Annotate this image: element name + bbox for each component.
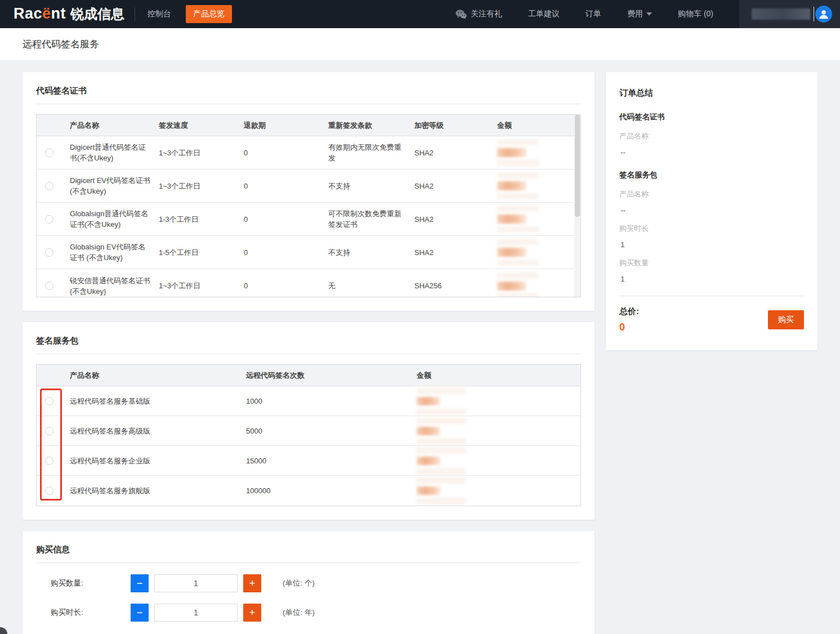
person-icon — [817, 8, 830, 20]
header-amount: 金额 — [497, 120, 580, 131]
duration-row: 购买时长: − + (单位: 年) — [51, 604, 581, 622]
nav-item-orders[interactable]: 订单 — [586, 9, 601, 19]
summary-cert-product-value: -- — [619, 148, 804, 157]
divider — [619, 296, 804, 296]
cert-product-name: Globalsign普通代码签名证书(不含Ukey) — [70, 208, 159, 230]
package-section-card: 签名服务包 产品名称 远程代码签名次数 金额 远程代码签名服务基础版 1000 — [23, 322, 595, 520]
cert-issue-speed: 1-5个工作日 — [159, 247, 244, 258]
cert-table-row: Digicert普通代码签名证书(不含Ukey) 1~3个工作日 0 有效期内无… — [37, 136, 580, 169]
cert-section-card: 代码签名证书 产品名称 签发速度 退款期 重新签发条款 加密等级 金额 — [23, 72, 595, 311]
purchase-info-card: 购买信息 购买数量: − + (单位: 个) 购买时长: − + (单位: 年) — [23, 531, 595, 634]
duration-input[interactable] — [154, 604, 238, 622]
cert-product-name: Digicert普通代码签名证书(不含Ukey) — [70, 142, 159, 163]
summary-quantity-label: 购买数量 — [619, 258, 804, 268]
quantity-row: 购买数量: − + (单位: 个) — [51, 574, 581, 592]
quantity-input[interactable] — [154, 574, 238, 592]
package-product-name: 远程代码签名服务企业版 — [70, 456, 246, 466]
package-radio-button[interactable] — [45, 427, 53, 435]
package-sign-count: 1000 — [246, 396, 417, 407]
nav-item-gift[interactable]: 关注有礼 — [455, 9, 502, 19]
text-cursor — [814, 7, 814, 21]
package-table-body: 远程代码签名服务基础版 1000 远程代码签名服务高级版 — [37, 386, 580, 506]
cert-radio-button[interactable] — [45, 248, 53, 257]
nav-item-ticket[interactable]: 工单建议 — [528, 9, 560, 19]
header-product: 产品名称 — [70, 370, 246, 381]
nav-item-billing[interactable]: 费用 — [627, 9, 652, 19]
header-reissue: 重新签发条款 — [328, 120, 414, 131]
redacted-price — [417, 447, 573, 475]
nav-item-console[interactable]: 控制台 — [148, 9, 171, 19]
cert-reissue-terms: 不支持 — [328, 181, 414, 191]
redacted-price — [497, 206, 573, 233]
brand-logo-en: Racënt — [14, 5, 66, 23]
cert-reissue-terms: 可不限制次数免费重新签发证书 — [328, 208, 414, 230]
package-sign-count: 5000 — [246, 426, 417, 436]
header-algo: 加密等级 — [414, 120, 497, 131]
cert-table-row: Digicert EV代码签名证书(不含Ukey) 1~3个工作日 0 不支持 … — [37, 169, 580, 203]
nav-divider — [135, 7, 135, 21]
summary-duration-value: 1 — [619, 240, 804, 249]
cert-reissue-terms: 有效期内无限次免费重发 — [328, 142, 414, 163]
summary-cert-group-label: 代码签名证书 — [619, 112, 804, 122]
cert-issue-speed: 1~3个工作日 — [159, 148, 244, 158]
header-refund: 退款期 — [244, 120, 328, 131]
package-table-row: 远程代码签名服务企业版 15000 — [37, 446, 580, 476]
cert-radio-button[interactable] — [45, 215, 53, 224]
header-speed: 签发速度 — [159, 120, 244, 131]
package-table: 产品名称 远程代码签名次数 金额 远程代码签名服务基础版 1000 — [36, 364, 581, 506]
package-radio-button[interactable] — [45, 486, 53, 495]
cert-refund-period: 0 — [244, 148, 328, 158]
divider — [36, 104, 581, 104]
redacted-price — [417, 387, 573, 415]
cert-issue-speed: 1-3个工作日 — [159, 214, 244, 225]
package-table-row: 远程代码签名服务基础版 1000 — [37, 386, 580, 416]
cert-radio-button[interactable] — [45, 149, 53, 157]
duration-minus-button[interactable]: − — [131, 604, 149, 622]
cert-product-name: Globalsign EV代码签名证书 (不含Ukey) — [70, 242, 159, 263]
summary-quantity-value: 1 — [619, 275, 804, 283]
cert-product-name: Digicert EV代码签名证书(不含Ukey) — [70, 175, 159, 197]
quantity-label: 购买数量: — [51, 578, 131, 588]
header-amount: 金额 — [417, 370, 580, 381]
brand-logo[interactable]: Racënt 锐成信息 — [0, 5, 135, 23]
summary-cert-product-label: 产品名称 — [619, 131, 804, 141]
cert-encryption-level: SHA2 — [414, 148, 497, 158]
quantity-minus-button[interactable]: − — [131, 574, 149, 592]
table-scrollbar-thumb[interactable] — [575, 115, 580, 217]
cert-table-header: 产品名称 签发速度 退款期 重新签发条款 加密等级 金额 — [37, 115, 580, 136]
header-product: 产品名称 — [70, 120, 159, 131]
package-product-name: 远程代码签名服务基础版 — [70, 396, 246, 407]
cert-table-row: 锐安信普通代码签名证书(不含Ukey) 1~3个工作日 0 无 SHA256 — [37, 269, 580, 297]
top-navbar: Racënt 锐成信息 控制台 产品总览 关注有礼 工单建议 订单 费用 购物车… — [0, 0, 840, 28]
total-label: 总价: — [619, 306, 639, 317]
user-account-panel[interactable] — [739, 0, 840, 28]
cert-encryption-level: SHA2 — [414, 181, 497, 191]
package-product-name: 远程代码签名服务旗舰版 — [70, 485, 246, 496]
package-radio-button[interactable] — [45, 397, 53, 405]
username-redacted — [752, 8, 810, 20]
package-section-title: 签名服务包 — [36, 336, 581, 346]
duration-label: 购买时长: — [51, 608, 131, 618]
nav-item-products-active[interactable]: 产品总览 — [186, 5, 232, 23]
buy-button[interactable]: 购买 — [768, 310, 804, 329]
package-product-name: 远程代码签名服务高级版 — [70, 426, 246, 436]
package-radio-button[interactable] — [45, 457, 53, 465]
summary-pkg-group-label: 签名服务包 — [619, 170, 804, 180]
user-avatar[interactable] — [815, 6, 832, 23]
cert-radio-button[interactable] — [45, 282, 53, 290]
cert-radio-button[interactable] — [45, 182, 53, 190]
chevron-down-icon — [646, 12, 652, 16]
purchase-section-title: 购买信息 — [36, 544, 581, 555]
page-title: 远程代码签名服务 — [23, 38, 99, 51]
total-row: 总价: 0 购买 — [619, 306, 804, 333]
nav-item-gift-label: 关注有礼 — [471, 9, 502, 19]
brand-logo-cn: 锐成信息 — [70, 5, 124, 23]
cert-issue-speed: 1~3个工作日 — [159, 181, 244, 191]
table-scrollbar-track — [574, 115, 580, 297]
cert-encryption-level: SHA2 — [414, 214, 497, 225]
nav-item-cart[interactable]: 购物车 (0) — [678, 9, 713, 19]
divider — [36, 354, 581, 354]
cert-encryption-level: SHA256 — [414, 280, 497, 291]
quantity-plus-button[interactable]: + — [243, 574, 261, 592]
duration-plus-button[interactable]: + — [243, 604, 261, 622]
